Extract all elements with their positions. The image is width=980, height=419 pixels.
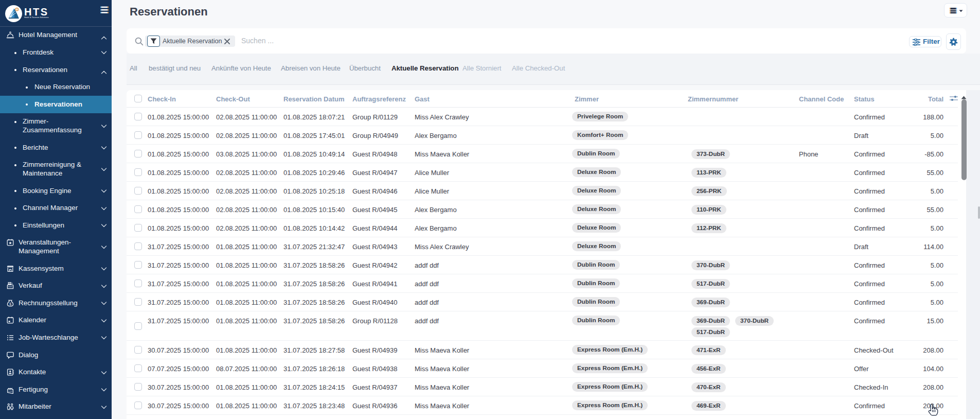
- svg-text:$: $: [9, 302, 11, 305]
